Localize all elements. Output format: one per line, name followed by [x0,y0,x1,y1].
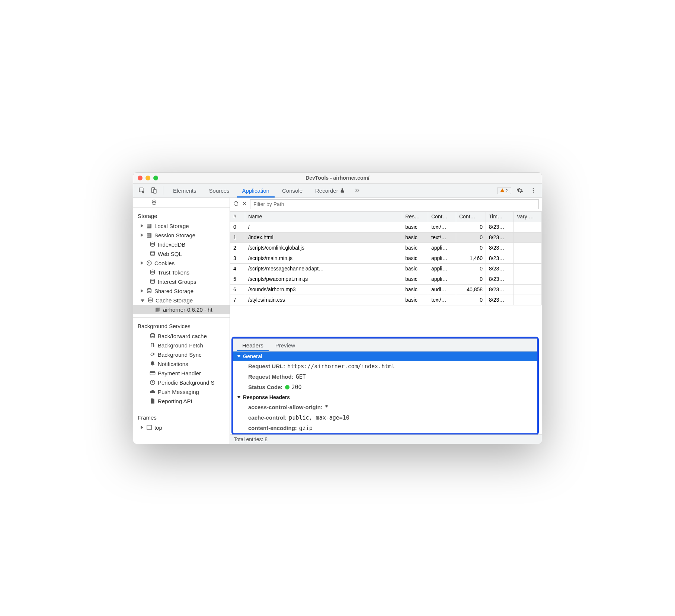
tab-console[interactable]: Console [277,183,308,198]
svg-point-4 [533,190,534,191]
col-vary[interactable]: Vary … [514,211,542,222]
svg-point-7 [151,242,155,243]
sidebar-item-websql[interactable]: Web SQL [133,249,230,259]
table-row[interactable]: 3/scripts/main.min.jsbasicappli…1,4608/2… [230,253,542,263]
sidebar-item-reporting-api[interactable]: Reporting API [133,397,230,406]
detail-tabs: Headers Preview [233,339,537,352]
background-services-heading: Background Services [133,321,230,331]
sync-icon: ⟳ [150,352,156,357]
tab-application[interactable]: Application [237,183,275,198]
database-icon [150,279,156,285]
cloud-icon [150,389,156,395]
sidebar-item-periodic-bg-sync[interactable]: Periodic Background S [133,378,230,387]
transfer-icon: ⇅ [150,342,156,348]
sidebar-item-cache-entry[interactable]: ▦airhorner-0.6.20 - ht [133,305,230,314]
status-dot-icon [285,385,289,389]
sidebar-item-bfcache[interactable]: Back/forward cache [133,331,230,341]
col-time[interactable]: Tim… [486,211,514,222]
database-icon [151,199,157,205]
svg-point-13 [151,270,155,271]
window-title: DevTools - airhorner.com/ [305,175,370,181]
issues-badge[interactable]: 2 [497,187,511,194]
titlebar: DevTools - airhorner.com/ [133,173,542,184]
main-panel: # Name Res… Cont… Cont… Tim… Vary … 0/ba… [230,198,542,444]
sidebar-item-storage-overview[interactable]: Storage [133,198,230,208]
table-row[interactable]: 1/index.htmlbasictext/…08/23… [230,232,542,243]
tab-recorder[interactable]: Recorder [310,183,350,198]
storage-heading: Storage [133,211,230,221]
inspect-icon[interactable] [137,186,147,195]
col-content-type[interactable]: Cont… [428,211,456,222]
close-window-button[interactable] [138,176,143,180]
sidebar-item-frame-top[interactable]: top [133,423,230,432]
sidebar-item-cookies[interactable]: Cookies [133,259,230,268]
grid-icon: ▦ [155,307,161,312]
response-headers-section-header[interactable]: Response Headers [233,392,537,402]
sidebar-item-indexeddb[interactable]: IndexedDB [133,240,230,249]
tab-elements[interactable]: Elements [168,183,202,198]
table-row[interactable]: 5/scripts/pwacompat.min.jsbasicappli…08/… [230,274,542,284]
sidebar-item-session-storage[interactable]: ▦Session Storage [133,231,230,240]
tab-sources[interactable]: Sources [204,183,235,198]
table-row[interactable]: 7/styles/main.cssbasictext/…08/23… [230,295,542,305]
clock-icon [150,379,156,385]
sidebar-item-shared-storage[interactable]: Shared Storage [133,286,230,296]
grid-icon: ▦ [146,223,152,229]
table-row[interactable]: 2/scripts/comlink.global.jsbasicappli…08… [230,243,542,253]
sidebar-item-background-fetch[interactable]: ⇅Background Fetch [133,341,230,350]
device-toggle-icon[interactable] [149,186,159,195]
svg-point-9 [147,261,151,265]
request-url-row: Request URL:https://airhorner.com/index.… [233,361,537,372]
table-row[interactable]: 6/sounds/airhorn.mp3basicaudi…40,8588/23… [230,284,542,295]
bell-icon [150,361,156,367]
svg-point-16 [148,298,153,299]
refresh-icon[interactable] [233,200,239,208]
sidebar-item-cache-storage[interactable]: Cache Storage [133,296,230,305]
sidebar-item-local-storage[interactable]: ▦Local Storage [133,221,230,231]
database-icon [150,251,156,257]
request-method-row: Request Method:GET [233,372,537,382]
col-content-length[interactable]: Cont… [456,211,486,222]
cookie-icon [146,260,152,266]
header-acao: access-control-allow-origin:* [233,402,537,413]
more-tabs-icon[interactable] [352,186,362,195]
table-row[interactable]: 4/scripts/messagechanneladapt…basicappli… [230,263,542,274]
col-name[interactable]: Name [245,211,402,222]
header-content-encoding: content-encoding:gzip [233,423,537,433]
frames-heading: Frames [133,412,230,423]
svg-point-15 [147,288,151,290]
sidebar-item-interest-groups[interactable]: Interest Groups [133,277,230,286]
col-response[interactable]: Res… [402,211,428,222]
general-section-header[interactable]: General [233,352,537,361]
database-icon [147,297,153,303]
clear-icon[interactable] [242,201,247,208]
database-icon [150,241,156,247]
sidebar-item-push-messaging[interactable]: Push Messaging [133,387,230,397]
table-header-row: # Name Res… Cont… Cont… Tim… Vary … [230,211,542,222]
minimize-window-button[interactable] [145,176,150,180]
detail-tab-preview[interactable]: Preview [270,340,300,351]
sidebar-item-background-sync[interactable]: ⟳Background Sync [133,350,230,359]
settings-icon[interactable] [515,186,525,195]
sidebar-item-trust-tokens[interactable]: Trust Tokens [133,268,230,277]
filter-bar [230,198,542,211]
kebab-menu-icon[interactable] [528,186,538,195]
svg-rect-2 [154,189,156,193]
detail-tab-headers[interactable]: Headers [237,340,269,351]
table-row[interactable]: 0/basictext/…08/23… [230,222,542,232]
credit-card-icon [150,370,156,376]
maximize-window-button[interactable] [153,176,158,180]
main-tabstrip: Elements Sources Application Console Rec… [133,184,542,198]
col-index[interactable]: # [230,211,245,222]
grid-icon: ▦ [146,232,152,238]
filter-input[interactable] [250,199,539,209]
svg-point-10 [148,262,149,263]
sidebar-item-notifications[interactable]: Notifications [133,359,230,369]
devtools-window: DevTools - airhorner.com/ Elements Sourc… [133,172,542,444]
status-code-row: Status Code:200 [233,382,537,392]
application-sidebar: Storage Storage ▦Local Storage ▦Session … [133,198,230,444]
sidebar-item-payment-handler[interactable]: Payment Handler [133,369,230,378]
svg-rect-18 [150,371,155,375]
svg-point-8 [151,251,155,253]
warning-icon [500,188,505,193]
